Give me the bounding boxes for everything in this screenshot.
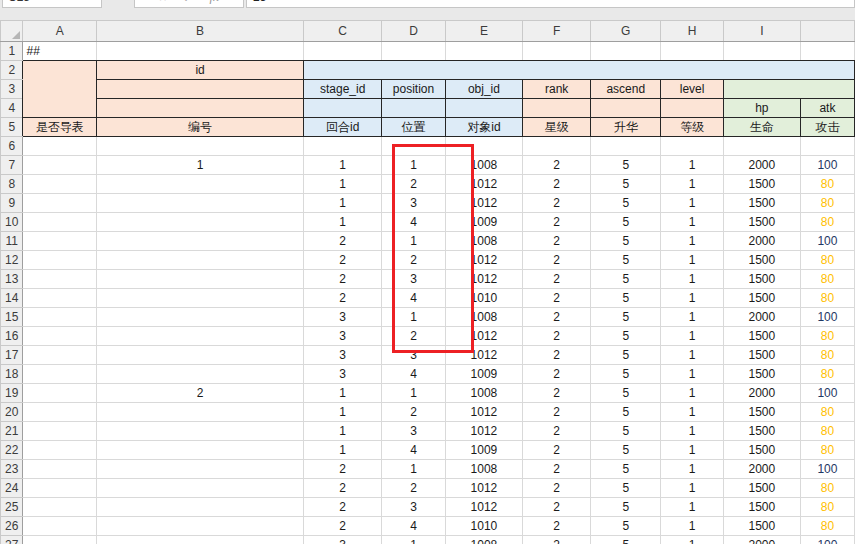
cell-D16[interactable]: 2 <box>382 327 446 346</box>
cell-H22[interactable]: 1 <box>661 441 724 460</box>
cell-B8[interactable] <box>96 175 303 194</box>
cell-E16[interactable]: 1012 <box>445 327 522 346</box>
cell-r4-2[interactable] <box>382 99 446 118</box>
cell-I23[interactable]: 2000 <box>723 460 800 479</box>
cell-D14[interactable]: 4 <box>382 289 446 308</box>
cell-J15[interactable]: 100 <box>800 308 854 327</box>
cell-B20[interactable] <box>96 403 303 422</box>
cell-J17[interactable]: 80 <box>800 346 854 365</box>
cell-A16[interactable] <box>23 327 96 346</box>
cell-C19[interactable]: 1 <box>304 384 382 403</box>
cell-G10[interactable]: 5 <box>591 213 661 232</box>
cell-r4-3[interactable] <box>445 99 522 118</box>
cell-E8[interactable]: 1012 <box>445 175 522 194</box>
cell-r3-1[interactable]: stage_id <box>304 80 382 99</box>
cell-I26[interactable]: 1500 <box>723 517 800 536</box>
cell-G12[interactable]: 5 <box>591 251 661 270</box>
cell-r3-0[interactable] <box>96 80 303 99</box>
cell-r3-5[interactable]: ascend <box>591 80 661 99</box>
cell-E12[interactable]: 1012 <box>445 251 522 270</box>
cell-B27[interactable] <box>96 536 303 544</box>
column-header-D[interactable]: D <box>382 21 446 42</box>
cell-r1-9[interactable] <box>800 42 854 61</box>
cell-G17[interactable]: 5 <box>591 346 661 365</box>
column-header-C[interactable]: C <box>304 21 382 42</box>
cell-H15[interactable]: 1 <box>661 308 724 327</box>
cell-I21[interactable]: 1500 <box>723 422 800 441</box>
cell-G7[interactable]: 5 <box>591 156 661 175</box>
cell-C26[interactable]: 2 <box>304 517 382 536</box>
cell-r5-0[interactable]: 是否导表 <box>23 118 96 137</box>
cell-J13[interactable]: 80 <box>800 270 854 289</box>
confirm-icon[interactable]: ✓ <box>183 0 194 5</box>
cell-H11[interactable]: 1 <box>661 232 724 251</box>
cell-F24[interactable]: 2 <box>523 479 591 498</box>
cell-A24[interactable] <box>23 479 96 498</box>
row-header-14[interactable]: 14 <box>1 289 23 308</box>
cell-C22[interactable]: 1 <box>304 441 382 460</box>
row-header-12[interactable]: 12 <box>1 251 23 270</box>
cell-F11[interactable]: 2 <box>523 232 591 251</box>
cell-r1-2[interactable] <box>304 42 382 61</box>
cell-r1-6[interactable] <box>591 42 661 61</box>
row-header-21[interactable]: 21 <box>1 422 23 441</box>
cell-F17[interactable]: 2 <box>523 346 591 365</box>
cell-r3-7[interactable] <box>723 80 854 99</box>
cell-A20[interactable] <box>23 403 96 422</box>
cell-J27[interactable]: 100 <box>800 536 854 544</box>
cell-D26[interactable]: 4 <box>382 517 446 536</box>
row-header-7[interactable]: 7 <box>1 156 23 175</box>
cell-C10[interactable]: 1 <box>304 213 382 232</box>
cell-C25[interactable]: 2 <box>304 498 382 517</box>
cell-r3-6[interactable]: level <box>661 80 724 99</box>
cell-B22[interactable] <box>96 441 303 460</box>
cell-B18[interactable] <box>96 365 303 384</box>
cell-F9[interactable]: 2 <box>523 194 591 213</box>
cell-A27[interactable] <box>23 536 96 544</box>
cell-D21[interactable]: 3 <box>382 422 446 441</box>
cell-C15[interactable]: 3 <box>304 308 382 327</box>
cell-r6-2[interactable] <box>304 137 382 156</box>
cell-G11[interactable]: 5 <box>591 232 661 251</box>
cell-G23[interactable]: 5 <box>591 460 661 479</box>
cell-F8[interactable]: 2 <box>523 175 591 194</box>
cell-J18[interactable]: 80 <box>800 365 854 384</box>
cell-G20[interactable]: 5 <box>591 403 661 422</box>
cell-E10[interactable]: 1009 <box>445 213 522 232</box>
cell-J16[interactable]: 80 <box>800 327 854 346</box>
cell-F27[interactable]: 2 <box>523 536 591 544</box>
cell-I17[interactable]: 1500 <box>723 346 800 365</box>
cell-H26[interactable]: 1 <box>661 517 724 536</box>
cell-I19[interactable]: 2000 <box>723 384 800 403</box>
cell-G13[interactable]: 5 <box>591 270 661 289</box>
cell-H20[interactable]: 1 <box>661 403 724 422</box>
cell-r5-4[interactable]: 对象id <box>445 118 522 137</box>
cell-H18[interactable]: 1 <box>661 365 724 384</box>
row-header-6[interactable]: 6 <box>1 137 23 156</box>
name-box-dropdown-icon[interactable]: ▾ <box>104 0 120 8</box>
cell-F15[interactable]: 2 <box>523 308 591 327</box>
cell-D22[interactable]: 4 <box>382 441 446 460</box>
cell-D15[interactable]: 1 <box>382 308 446 327</box>
cell-D9[interactable]: 3 <box>382 194 446 213</box>
cell-J20[interactable]: 80 <box>800 403 854 422</box>
cell-J11[interactable]: 100 <box>800 232 854 251</box>
row-header-22[interactable]: 22 <box>1 441 23 460</box>
cell-D25[interactable]: 3 <box>382 498 446 517</box>
cell-E11[interactable]: 1008 <box>445 232 522 251</box>
cell-r6-5[interactable] <box>523 137 591 156</box>
cell-I18[interactable]: 1500 <box>723 365 800 384</box>
cell-E20[interactable]: 1012 <box>445 403 522 422</box>
cell-E25[interactable]: 1012 <box>445 498 522 517</box>
cell-F19[interactable]: 2 <box>523 384 591 403</box>
row-header-5[interactable]: 5 <box>1 118 23 137</box>
cell-A11[interactable] <box>23 232 96 251</box>
cell-C16[interactable]: 3 <box>304 327 382 346</box>
cell-r3-3[interactable]: obj_id <box>445 80 522 99</box>
cell-D20[interactable]: 2 <box>382 403 446 422</box>
cell-F21[interactable]: 2 <box>523 422 591 441</box>
cell-J10[interactable]: 80 <box>800 213 854 232</box>
cell-D12[interactable]: 2 <box>382 251 446 270</box>
cell-G26[interactable]: 5 <box>591 517 661 536</box>
cell-I15[interactable]: 2000 <box>723 308 800 327</box>
